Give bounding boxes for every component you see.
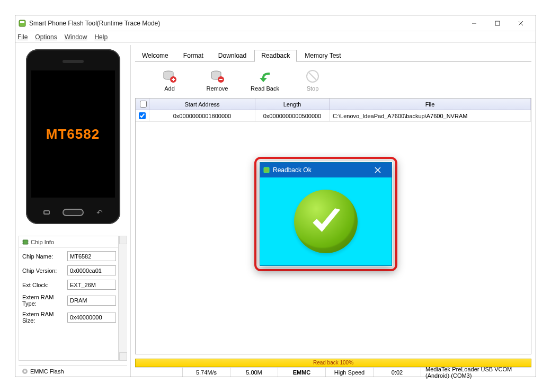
menu-file[interactable]: File [17,33,28,41]
progress-text: Read back 100% [313,360,353,366]
phone-screen: MT6582 [31,70,115,198]
database-remove-icon [210,69,224,84]
gear-icon [22,368,28,375]
modal-highlight-frame: Readback Ok [254,157,397,271]
dialog-body [260,177,392,265]
dialog-title: Readback Ok [273,166,312,174]
ram-size-label: Extern RAM Size: [22,311,67,324]
svg-rect-22 [264,167,269,173]
home-icon [63,209,84,216]
back-icon: ↶ [96,208,103,217]
left-panel: BM MT6582 ↶ Chip Info [15,45,131,377]
readback-arrow-icon [258,69,272,84]
ram-type-field[interactable] [67,296,116,306]
add-button[interactable]: Add [151,69,188,92]
column-file[interactable]: File [330,99,531,110]
dialog-title-bar: Readback Ok [260,163,392,177]
ram-size-field[interactable] [67,313,116,323]
svg-rect-0 [19,20,25,26]
phone-nav-icons: ↶ [26,208,120,217]
readback-label: Read Back [251,85,279,92]
tab-welcome[interactable]: Welcome [135,50,175,62]
scroll-up-button[interactable] [119,236,127,244]
scroll-down-button[interactable] [119,352,127,361]
tab-download[interactable]: Download [211,50,253,62]
status-speed: 5.74M/s [183,368,230,377]
close-button[interactable] [509,16,532,31]
chip-version-field[interactable] [67,265,116,275]
dialog-close-button[interactable] [367,163,388,177]
chip-name-label: Chip Name: [22,253,67,260]
emmc-flash-header[interactable]: EMMC Flash [19,365,127,377]
svg-rect-19 [219,79,223,80]
phone-speaker-icon [63,60,84,63]
cell-length: 0x0000000000500000 [255,110,330,121]
table-row[interactable]: 0x0000000001800000 0x0000000000500000 C:… [136,110,531,122]
window-title: Smart Phone Flash Tool(Runtime Trace Mod… [29,20,463,27]
dialog-app-icon [263,167,270,173]
cell-start-address: 0x0000000001800000 [149,110,255,121]
menu-window[interactable]: Window [65,33,87,41]
database-add-icon [163,69,176,84]
remove-label: Remove [207,85,228,92]
status-spacer [135,368,183,377]
minimize-button[interactable] [463,16,486,31]
toolbar: Add Remove Read Back Stop [135,67,531,94]
maximize-button[interactable] [486,16,509,31]
table-header: Start Address Length File [136,99,531,110]
column-checkbox[interactable] [136,99,149,110]
tab-memory-test[interactable]: Memory Test [298,50,348,62]
window-buttons [463,16,532,31]
menu-bar: File Options Window Help [15,31,536,43]
emmc-flash-label: EMMC Flash [30,368,64,375]
chip-info-header: Chip Info [31,239,54,245]
menu-options[interactable]: Options [35,33,57,41]
tab-readback[interactable]: Readback [254,50,297,62]
chip-version-label: Chip Version: [22,268,67,274]
column-length[interactable]: Length [255,99,330,110]
status-bar: 5.74M/s 5.00M EMMC High Speed 0:02 Media… [135,367,531,377]
cell-file: C:\Lenovo_IdeaPad_A7600\backup\A7600_NVR… [330,110,531,121]
app-icon [19,20,26,27]
chip-icon [22,239,29,245]
recent-icon [43,210,50,215]
success-checkmark-icon [294,190,358,253]
status-mode: High Speed [326,368,374,377]
ext-clock-field[interactable] [67,280,116,290]
svg-rect-3 [495,21,500,25]
readback-ok-dialog: Readback Ok [260,162,392,266]
row-checkbox[interactable] [139,112,146,119]
stop-label: Stop [307,85,319,92]
svg-rect-16 [173,78,174,81]
svg-rect-1 [20,21,24,23]
status-storage: EMMC [278,368,326,377]
svg-rect-6 [23,240,28,244]
chip-name-field[interactable] [67,251,116,261]
stop-button: Stop [294,69,331,92]
status-device: MediaTek PreLoader USB VCOM (Android) (C… [421,368,531,377]
menu-help[interactable]: Help [94,33,108,41]
column-start-address[interactable]: Start Address [149,99,255,110]
select-all-checkbox[interactable] [140,101,147,108]
tab-bar: Welcome Format Download Readback Memory … [135,49,531,62]
ram-type-label: Extern RAM Type: [22,294,67,307]
readback-button[interactable]: Read Back [246,69,283,92]
phone-mockup: BM MT6582 ↶ [26,49,120,224]
phone-chip-label: MT6582 [46,126,100,142]
tab-format[interactable]: Format [176,50,210,62]
remove-button[interactable]: Remove [199,69,236,92]
add-label: Add [164,85,175,92]
title-bar: Smart Phone Flash Tool(Runtime Trace Mod… [15,15,536,31]
ext-clock-label: Ext Clock: [22,282,67,288]
status-time: 0:02 [374,368,421,377]
svg-point-12 [24,370,26,372]
svg-line-21 [309,73,316,80]
chip-info-scrollbar[interactable] [119,236,127,361]
stop-icon [306,69,319,84]
status-size: 5.00M [230,368,278,377]
chip-info-panel: Chip Info Chip Name: Chip Version: Ext C… [19,236,119,361]
scroll-track[interactable] [119,244,127,352]
